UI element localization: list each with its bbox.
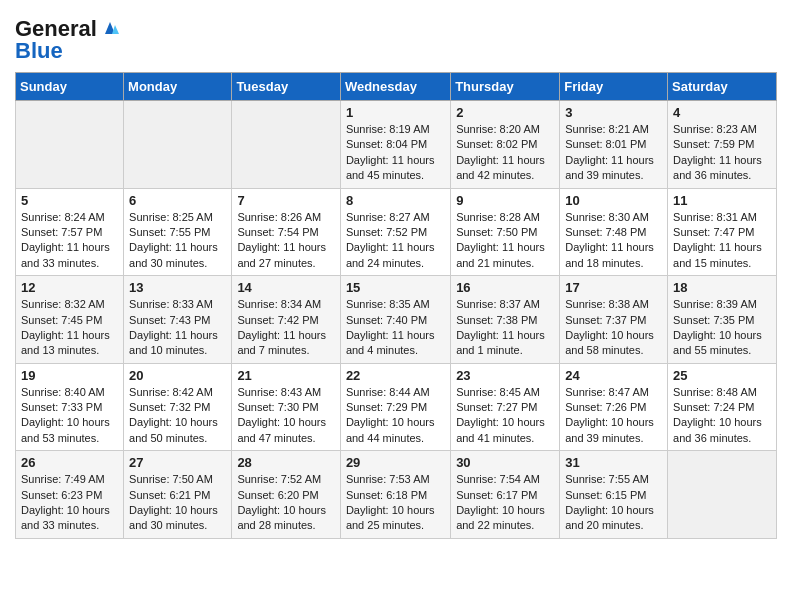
calendar-cell: 7Sunrise: 8:26 AM Sunset: 7:54 PM Daylig…: [232, 188, 341, 276]
weekday-header-sunday: Sunday: [16, 73, 124, 101]
weekday-header-wednesday: Wednesday: [340, 73, 450, 101]
day-number: 2: [456, 105, 554, 120]
day-number: 30: [456, 455, 554, 470]
calendar-cell: 15Sunrise: 8:35 AM Sunset: 7:40 PM Dayli…: [340, 276, 450, 364]
day-info: Sunrise: 8:20 AM Sunset: 8:02 PM Dayligh…: [456, 122, 554, 184]
day-number: 25: [673, 368, 771, 383]
day-info: Sunrise: 8:21 AM Sunset: 8:01 PM Dayligh…: [565, 122, 662, 184]
calendar-cell: [124, 101, 232, 189]
calendar-cell: 10Sunrise: 8:30 AM Sunset: 7:48 PM Dayli…: [560, 188, 668, 276]
logo-blue: Blue: [15, 38, 63, 64]
day-number: 3: [565, 105, 662, 120]
calendar-cell: 21Sunrise: 8:43 AM Sunset: 7:30 PM Dayli…: [232, 363, 341, 451]
day-number: 1: [346, 105, 445, 120]
day-info: Sunrise: 8:48 AM Sunset: 7:24 PM Dayligh…: [673, 385, 771, 447]
day-info: Sunrise: 7:55 AM Sunset: 6:15 PM Dayligh…: [565, 472, 662, 534]
day-info: Sunrise: 8:23 AM Sunset: 7:59 PM Dayligh…: [673, 122, 771, 184]
day-number: 19: [21, 368, 118, 383]
day-number: 21: [237, 368, 335, 383]
day-info: Sunrise: 7:54 AM Sunset: 6:17 PM Dayligh…: [456, 472, 554, 534]
calendar-table: SundayMondayTuesdayWednesdayThursdayFrid…: [15, 72, 777, 539]
day-number: 20: [129, 368, 226, 383]
calendar-cell: 12Sunrise: 8:32 AM Sunset: 7:45 PM Dayli…: [16, 276, 124, 364]
day-info: Sunrise: 8:44 AM Sunset: 7:29 PM Dayligh…: [346, 385, 445, 447]
calendar-week-5: 26Sunrise: 7:49 AM Sunset: 6:23 PM Dayli…: [16, 451, 777, 539]
weekday-header-tuesday: Tuesday: [232, 73, 341, 101]
calendar-cell: 25Sunrise: 8:48 AM Sunset: 7:24 PM Dayli…: [668, 363, 777, 451]
day-info: Sunrise: 8:37 AM Sunset: 7:38 PM Dayligh…: [456, 297, 554, 359]
day-number: 22: [346, 368, 445, 383]
day-number: 31: [565, 455, 662, 470]
day-info: Sunrise: 8:39 AM Sunset: 7:35 PM Dayligh…: [673, 297, 771, 359]
weekday-header-friday: Friday: [560, 73, 668, 101]
calendar-cell: 20Sunrise: 8:42 AM Sunset: 7:32 PM Dayli…: [124, 363, 232, 451]
day-info: Sunrise: 8:47 AM Sunset: 7:26 PM Dayligh…: [565, 385, 662, 447]
day-info: Sunrise: 8:24 AM Sunset: 7:57 PM Dayligh…: [21, 210, 118, 272]
day-number: 9: [456, 193, 554, 208]
calendar-header-row: SundayMondayTuesdayWednesdayThursdayFrid…: [16, 73, 777, 101]
calendar-cell: 14Sunrise: 8:34 AM Sunset: 7:42 PM Dayli…: [232, 276, 341, 364]
calendar-cell: 4Sunrise: 8:23 AM Sunset: 7:59 PM Daylig…: [668, 101, 777, 189]
day-info: Sunrise: 8:40 AM Sunset: 7:33 PM Dayligh…: [21, 385, 118, 447]
calendar-cell: 24Sunrise: 8:47 AM Sunset: 7:26 PM Dayli…: [560, 363, 668, 451]
logo: General Blue: [15, 10, 121, 64]
calendar-cell: 16Sunrise: 8:37 AM Sunset: 7:38 PM Dayli…: [451, 276, 560, 364]
calendar-week-3: 12Sunrise: 8:32 AM Sunset: 7:45 PM Dayli…: [16, 276, 777, 364]
day-info: Sunrise: 8:43 AM Sunset: 7:30 PM Dayligh…: [237, 385, 335, 447]
day-info: Sunrise: 7:49 AM Sunset: 6:23 PM Dayligh…: [21, 472, 118, 534]
day-number: 8: [346, 193, 445, 208]
weekday-header-thursday: Thursday: [451, 73, 560, 101]
day-info: Sunrise: 8:35 AM Sunset: 7:40 PM Dayligh…: [346, 297, 445, 359]
calendar-cell: 23Sunrise: 8:45 AM Sunset: 7:27 PM Dayli…: [451, 363, 560, 451]
page-header: General Blue: [15, 10, 777, 64]
day-number: 14: [237, 280, 335, 295]
calendar-week-4: 19Sunrise: 8:40 AM Sunset: 7:33 PM Dayli…: [16, 363, 777, 451]
day-number: 17: [565, 280, 662, 295]
day-number: 10: [565, 193, 662, 208]
day-info: Sunrise: 8:34 AM Sunset: 7:42 PM Dayligh…: [237, 297, 335, 359]
day-info: Sunrise: 8:45 AM Sunset: 7:27 PM Dayligh…: [456, 385, 554, 447]
day-number: 24: [565, 368, 662, 383]
logo-icon: [99, 16, 121, 38]
calendar-cell: 13Sunrise: 8:33 AM Sunset: 7:43 PM Dayli…: [124, 276, 232, 364]
calendar-cell: 5Sunrise: 8:24 AM Sunset: 7:57 PM Daylig…: [16, 188, 124, 276]
calendar-cell: [668, 451, 777, 539]
calendar-cell: 28Sunrise: 7:52 AM Sunset: 6:20 PM Dayli…: [232, 451, 341, 539]
weekday-header-saturday: Saturday: [668, 73, 777, 101]
day-number: 26: [21, 455, 118, 470]
calendar-cell: 6Sunrise: 8:25 AM Sunset: 7:55 PM Daylig…: [124, 188, 232, 276]
day-info: Sunrise: 8:27 AM Sunset: 7:52 PM Dayligh…: [346, 210, 445, 272]
day-number: 6: [129, 193, 226, 208]
weekday-header-monday: Monday: [124, 73, 232, 101]
day-info: Sunrise: 8:31 AM Sunset: 7:47 PM Dayligh…: [673, 210, 771, 272]
day-info: Sunrise: 8:33 AM Sunset: 7:43 PM Dayligh…: [129, 297, 226, 359]
calendar-cell: 22Sunrise: 8:44 AM Sunset: 7:29 PM Dayli…: [340, 363, 450, 451]
calendar-cell: 19Sunrise: 8:40 AM Sunset: 7:33 PM Dayli…: [16, 363, 124, 451]
day-info: Sunrise: 7:53 AM Sunset: 6:18 PM Dayligh…: [346, 472, 445, 534]
day-number: 15: [346, 280, 445, 295]
day-info: Sunrise: 7:50 AM Sunset: 6:21 PM Dayligh…: [129, 472, 226, 534]
calendar-cell: 17Sunrise: 8:38 AM Sunset: 7:37 PM Dayli…: [560, 276, 668, 364]
day-number: 16: [456, 280, 554, 295]
calendar-cell: 9Sunrise: 8:28 AM Sunset: 7:50 PM Daylig…: [451, 188, 560, 276]
day-info: Sunrise: 8:32 AM Sunset: 7:45 PM Dayligh…: [21, 297, 118, 359]
calendar-cell: [16, 101, 124, 189]
calendar-cell: 8Sunrise: 8:27 AM Sunset: 7:52 PM Daylig…: [340, 188, 450, 276]
calendar-cell: 3Sunrise: 8:21 AM Sunset: 8:01 PM Daylig…: [560, 101, 668, 189]
calendar-week-1: 1Sunrise: 8:19 AM Sunset: 8:04 PM Daylig…: [16, 101, 777, 189]
day-info: Sunrise: 8:30 AM Sunset: 7:48 PM Dayligh…: [565, 210, 662, 272]
day-info: Sunrise: 8:28 AM Sunset: 7:50 PM Dayligh…: [456, 210, 554, 272]
day-number: 4: [673, 105, 771, 120]
day-info: Sunrise: 8:19 AM Sunset: 8:04 PM Dayligh…: [346, 122, 445, 184]
day-number: 29: [346, 455, 445, 470]
day-number: 11: [673, 193, 771, 208]
day-info: Sunrise: 8:38 AM Sunset: 7:37 PM Dayligh…: [565, 297, 662, 359]
day-info: Sunrise: 8:26 AM Sunset: 7:54 PM Dayligh…: [237, 210, 335, 272]
day-number: 28: [237, 455, 335, 470]
day-info: Sunrise: 8:25 AM Sunset: 7:55 PM Dayligh…: [129, 210, 226, 272]
day-info: Sunrise: 8:42 AM Sunset: 7:32 PM Dayligh…: [129, 385, 226, 447]
day-number: 18: [673, 280, 771, 295]
calendar-cell: 11Sunrise: 8:31 AM Sunset: 7:47 PM Dayli…: [668, 188, 777, 276]
calendar-cell: [232, 101, 341, 189]
day-number: 23: [456, 368, 554, 383]
